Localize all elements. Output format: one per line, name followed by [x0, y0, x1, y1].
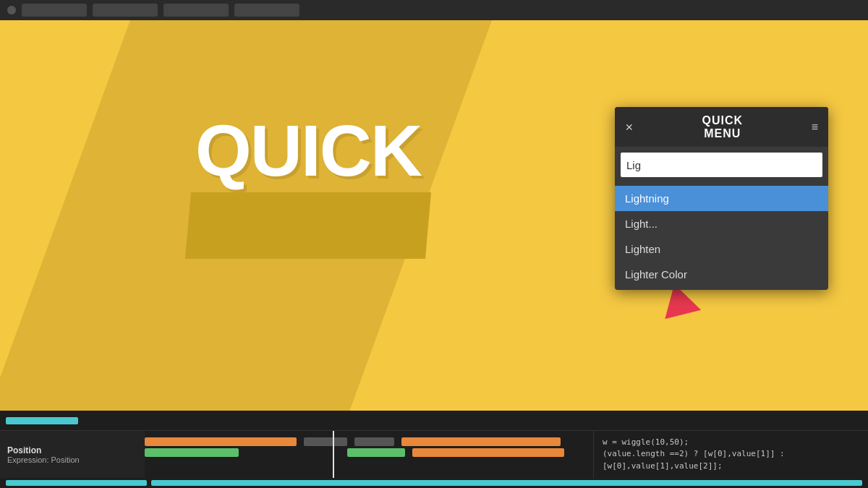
timeline-top-row [0, 411, 868, 431]
popup-title-line2: MENU [702, 127, 744, 140]
title-bar [0, 0, 868, 20]
track-row-green [145, 448, 593, 457]
window-dot [7, 6, 16, 14]
popup-menu-icon[interactable]: ≡ [812, 121, 818, 134]
bottom-cyan-bar [6, 480, 147, 486]
track-segment-gray-1 [304, 437, 347, 446]
popup-item-lightning[interactable]: Lightning [615, 186, 828, 211]
track-segment-orange-2 [401, 437, 561, 446]
tab-4[interactable] [234, 4, 299, 17]
expression-panel: w = wiggle(10,50); (value.length ==2) ? … [593, 431, 868, 478]
track-segment-green-2 [347, 448, 405, 457]
track-content [145, 431, 593, 478]
track-segment-green-1 [145, 448, 239, 457]
tracks-area: Position Expression: Position w = wig [0, 431, 868, 478]
cursor-arrow [665, 284, 705, 328]
track-labels: Position Expression: Position [0, 431, 145, 478]
quick-menu-popup: ✕ QUICK MENU ≡ Lightning Light... Lighte… [615, 107, 828, 290]
timeline-bar-cyan [6, 417, 78, 424]
tab-2[interactable] [93, 4, 158, 17]
popup-results-list: Lightning Light... Lighten Lighter Color [615, 183, 828, 290]
bottom-bar-row [0, 478, 868, 488]
popup-title-line1: QUICK [702, 114, 744, 127]
position-label: Position [7, 445, 137, 455]
canvas-menu-text: MENU [195, 187, 421, 259]
popup-search-area [615, 147, 828, 183]
popup-item-lighter-color[interactable]: Lighter Color [615, 262, 828, 287]
popup-title: QUICK MENU [702, 114, 744, 140]
track-segment-orange-3 [412, 448, 564, 457]
track-row-orange [145, 437, 593, 446]
expression-label: Expression: Position [7, 455, 137, 464]
bottom-cyan-bar-2 [151, 480, 862, 486]
popup-close-button[interactable]: ✕ [625, 121, 634, 133]
canvas-menu-wrapper: MENU [195, 187, 421, 259]
tab-1[interactable] [22, 4, 87, 17]
bottom-panel: Position Expression: Position w = wig [0, 411, 868, 488]
expression-line1: w = wiggle(10,50); [603, 437, 859, 449]
popup-header: ✕ QUICK MENU ≡ [615, 107, 828, 147]
track-segment-orange-1 [145, 437, 297, 446]
track-segment-gray-2 [354, 437, 394, 446]
canvas-area: QUICK MENU ✕ QUICK MENU ≡ Lightning Ligh… [0, 20, 868, 411]
canvas-title: QUICK MENU [195, 114, 421, 259]
expression-line2: (value.length ==2) ? [w[0],value[1]] : [… [603, 448, 859, 472]
popup-search-input[interactable] [621, 153, 822, 177]
playhead [333, 431, 334, 478]
popup-item-lighten[interactable]: Lighten [615, 236, 828, 262]
tab-3[interactable] [163, 4, 229, 17]
canvas-quick-text: QUICK [195, 114, 421, 187]
popup-item-light[interactable]: Light... [615, 211, 828, 236]
